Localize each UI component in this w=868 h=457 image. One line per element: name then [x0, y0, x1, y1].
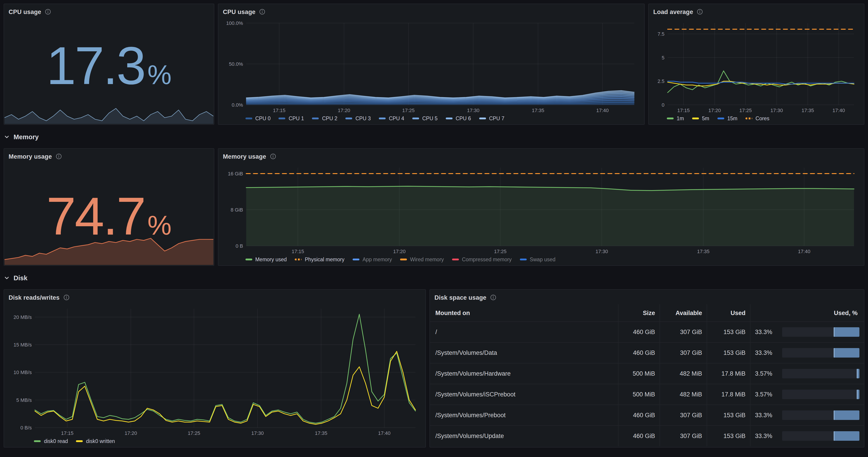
used-cell: 153 GiB — [707, 426, 750, 446]
svg-text:17:30: 17:30 — [770, 108, 783, 113]
used-pct-cell: 3.57% — [750, 384, 864, 404]
svg-text:17:25: 17:25 — [188, 430, 200, 436]
legend-item-disk0-read[interactable]: disk0 read — [34, 438, 68, 444]
disk-reads-writes-legend: disk0 read disk0 written — [34, 438, 422, 444]
used-pct-value: 33.3% — [755, 412, 778, 419]
size-cell: 500 MiB — [618, 363, 659, 384]
legend-item-compressed-memory[interactable]: Compressed memory — [452, 257, 512, 262]
info-icon[interactable] — [55, 153, 62, 159]
legend-item-cores[interactable]: Cores — [745, 116, 769, 121]
panel-title-bar[interactable]: Memory usage — [4, 149, 214, 162]
legend-item-cpu-0[interactable]: CPU 0 — [245, 116, 271, 121]
panel-title-bar[interactable]: Disk reads/writes — [4, 290, 426, 303]
legend-item-swap-used[interactable]: Swap used — [520, 257, 555, 262]
legend-item-15m[interactable]: 15m — [717, 116, 738, 121]
panel-title: CPU usage — [223, 8, 255, 15]
mount-cell: / — [430, 322, 618, 342]
legend-item-1m[interactable]: 1m — [667, 116, 684, 121]
memory-usage-chart[interactable]: 0 B8 GiB16 GiB17:1517:2017:2517:3017:351… — [222, 163, 860, 256]
column-header-available[interactable]: Available — [659, 304, 707, 322]
legend-item-cpu-3[interactable]: CPU 3 — [345, 116, 371, 121]
available-cell: 482 MiB — [659, 384, 707, 404]
load-average-chart[interactable]: 02.557.517:1517:2017:2517:3017:3517:40 — [652, 19, 860, 115]
used-pct-value: 3.57% — [755, 391, 778, 398]
table-row: /System/Volumes/iSCPreboot 500 MiB 482 M… — [430, 384, 864, 404]
svg-text:17:35: 17:35 — [532, 108, 544, 113]
legend-item-wired-memory[interactable]: Wired memory — [400, 257, 444, 262]
legend-item-memory-used[interactable]: Memory used — [245, 257, 287, 262]
cpu-usage-legend: CPU 0 CPU 1 CPU 2 CPU 3 CPU 4 CPU 5 CPU … — [245, 116, 641, 121]
used-pct-gauge — [782, 369, 860, 378]
disk-reads-writes-chart[interactable]: 0 B/s5 MB/s10 MB/s15 MB/s20 MB/s17:1517:… — [8, 304, 422, 437]
column-header-mounted-on[interactable]: Mounted on — [430, 304, 618, 322]
column-header-size[interactable]: Size — [618, 304, 659, 322]
row-title: Disk — [13, 274, 27, 282]
used-pct-gauge — [782, 390, 860, 399]
table-header-row: Mounted on Size Available Used Used, % — [430, 304, 864, 322]
info-icon[interactable] — [45, 8, 51, 15]
series-swatch — [412, 118, 419, 119]
row-header-memory[interactable]: Memory — [4, 129, 864, 145]
info-icon[interactable] — [490, 294, 496, 301]
legend-item-cpu-1[interactable]: CPU 1 — [279, 116, 304, 121]
legend-item-physical-memory[interactable]: Physical memory — [295, 257, 344, 262]
legend-item-cpu-7[interactable]: CPU 7 — [479, 116, 504, 121]
gauge-fill — [834, 348, 860, 358]
legend-item-disk0-written[interactable]: disk0 written — [76, 438, 115, 444]
mount-cell: /System/Volumes/iSCPreboot — [430, 384, 618, 404]
legend-item-5m[interactable]: 5m — [692, 116, 709, 121]
svg-text:17:35: 17:35 — [315, 430, 327, 436]
memory-usage-sparkline — [4, 232, 213, 265]
column-header-used[interactable]: Used — [707, 304, 750, 322]
svg-text:17:20: 17:20 — [393, 249, 405, 254]
cpu-usage-stat-value: 17.3% — [46, 39, 172, 92]
panel-memory-usage-stat: Memory usage 74.7% — [4, 148, 214, 266]
svg-text:10 MB/s: 10 MB/s — [13, 369, 32, 375]
disk-space-table: Mounted on Size Available Used Used, % /… — [430, 304, 864, 447]
size-cell: 460 GiB — [618, 405, 659, 425]
svg-text:17:35: 17:35 — [802, 108, 814, 113]
info-icon[interactable] — [697, 8, 703, 15]
svg-text:5: 5 — [662, 55, 664, 61]
series-swatch — [520, 258, 526, 261]
legend-item-cpu-2[interactable]: CPU 2 — [312, 116, 338, 121]
info-icon[interactable] — [259, 8, 266, 15]
series-swatch — [446, 118, 453, 119]
used-pct-gauge — [782, 348, 860, 358]
svg-text:0.0%: 0.0% — [232, 102, 243, 108]
series-swatch — [379, 118, 385, 119]
svg-text:17:40: 17:40 — [798, 249, 810, 254]
legend-item-cpu-4[interactable]: CPU 4 — [379, 116, 404, 121]
legend-item-cpu-6[interactable]: CPU 6 — [446, 116, 471, 121]
gauge-fill — [834, 327, 860, 337]
legend-item-app-memory[interactable]: App memory — [352, 257, 392, 262]
panel-title-bar[interactable]: CPU usage — [218, 4, 644, 18]
row-header-disk[interactable]: Disk — [4, 270, 864, 286]
used-pct-cell: 33.3% — [750, 405, 864, 425]
table-row: /System/Volumes/Hardware 500 MiB 482 MiB… — [430, 363, 864, 384]
mount-cell: /System/Volumes/Data — [430, 343, 618, 363]
info-icon[interactable] — [270, 153, 276, 159]
cpu-usage-chart[interactable]: 0.0%50.0%100.0%17:1517:2017:2517:3017:35… — [222, 19, 641, 115]
series-swatch — [345, 118, 352, 119]
info-icon[interactable] — [63, 294, 70, 301]
panel-title-bar[interactable]: CPU usage — [4, 4, 214, 18]
panel-load-average: Load average 02.557.517:1517:2017:2517:3… — [648, 4, 864, 125]
svg-text:0 B: 0 B — [236, 243, 243, 249]
table-row: /System/Volumes/Update 460 GiB 307 GiB 1… — [430, 425, 864, 446]
used-cell: 153 GiB — [707, 322, 750, 342]
panel-title-bar[interactable]: Disk space usage — [430, 290, 864, 303]
svg-text:17:15: 17:15 — [61, 430, 73, 436]
svg-text:17:20: 17:20 — [125, 430, 137, 436]
svg-text:100.0%: 100.0% — [226, 20, 243, 26]
panel-title-bar[interactable]: Load average — [649, 4, 864, 18]
column-header-used-pct[interactable]: Used, % — [750, 304, 864, 322]
chevron-down-icon — [4, 275, 10, 281]
panel-title-bar[interactable]: Memory usage — [218, 149, 864, 162]
panel-title: Disk space usage — [434, 294, 487, 301]
legend-item-cpu-5[interactable]: CPU 5 — [412, 116, 438, 121]
size-cell: 460 GiB — [618, 322, 659, 342]
panel-cpu-usage-timeseries: CPU usage 0.0%50.0%100.0%17:1517:2017:25… — [218, 4, 645, 125]
svg-text:17:20: 17:20 — [708, 108, 721, 113]
series-swatch — [479, 118, 486, 119]
